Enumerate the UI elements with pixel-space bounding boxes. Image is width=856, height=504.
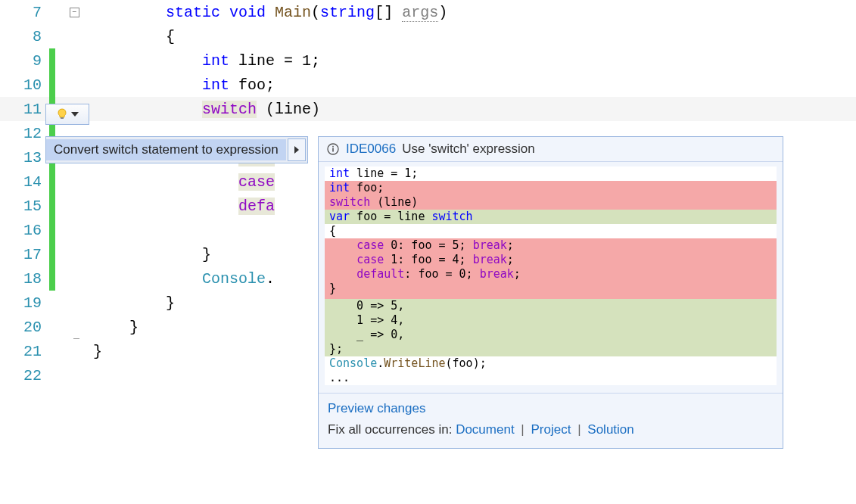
diagnostic-message: Use 'switch' expression — [402, 142, 535, 157]
fold-toggle[interactable]: − — [70, 8, 79, 17]
line-number: 14 — [0, 173, 49, 191]
line-number: 19 — [0, 294, 49, 312]
line-number: 10 — [0, 76, 49, 94]
preview-changes-link[interactable]: Preview changes — [328, 401, 425, 415]
code-text: { — [93, 28, 175, 45]
code-line[interactable]: 11 − switch (line) — [0, 97, 856, 121]
code-text: } — [93, 246, 211, 263]
line-number: 13 — [0, 149, 49, 166]
svg-rect-0 — [61, 117, 64, 119]
info-icon — [326, 142, 340, 156]
fix-document-link[interactable]: Document — [456, 422, 514, 437]
code-line[interactable]: 9 int line = 1; — [0, 48, 856, 73]
fix-solution-link[interactable]: Solution — [587, 422, 633, 437]
chevron-down-icon — [71, 112, 79, 117]
code-text: Console. — [93, 270, 275, 288]
quick-action-expand-button[interactable] — [288, 138, 306, 161]
line-number: 9 — [0, 52, 49, 70]
lightbulb-button[interactable] — [45, 104, 89, 125]
code-text: switch (line) — [93, 101, 320, 118]
lightbulb-icon — [56, 108, 68, 120]
code-text: int foo; — [93, 76, 275, 94]
line-number: 17 — [0, 246, 49, 263]
quick-action-convert-switch[interactable]: Convert switch statement to expression — [46, 139, 286, 160]
quick-actions-menu: Convert switch statement to expression — [45, 136, 308, 163]
diff-preview: int line = 1; int foo; switch (line) var… — [325, 166, 777, 385]
preview-footer: Preview changes Fix all occurrences in: … — [319, 393, 783, 448]
code-text: } — [93, 343, 102, 360]
code-line[interactable]: 10 int foo; — [0, 73, 856, 97]
code-text: case — [93, 173, 275, 191]
line-number: 16 — [0, 222, 49, 239]
code-text: int line = 1; — [93, 52, 320, 70]
fix-all-label: Fix all occurrences in: — [328, 422, 456, 437]
line-number: 21 — [0, 343, 49, 360]
code-text: defa — [93, 198, 275, 215]
code-text: } — [93, 294, 175, 312]
fix-project-link[interactable]: Project — [531, 422, 571, 437]
code-line[interactable]: 8 { — [0, 24, 856, 48]
line-number: 15 — [0, 198, 49, 215]
preview-header: IDE0066 Use 'switch' expression — [319, 137, 783, 162]
code-text: } — [93, 319, 139, 336]
line-number: 12 — [0, 125, 49, 142]
line-number: 7 — [0, 4, 49, 21]
code-fix-preview-panel: IDE0066 Use 'switch' expression int line… — [318, 136, 783, 449]
line-number: 8 — [0, 28, 49, 45]
svg-rect-3 — [332, 146, 334, 148]
chevron-right-icon — [294, 146, 299, 154]
code-line[interactable]: 7 − static void Main(string[] args) — [0, 0, 856, 24]
line-number: 22 — [0, 367, 49, 384]
line-number: 11 — [0, 101, 49, 118]
diagnostic-id[interactable]: IDE0066 — [346, 142, 396, 157]
code-text: static void Main(string[] args) — [93, 4, 447, 21]
line-number: 18 — [0, 270, 49, 288]
svg-rect-2 — [332, 148, 334, 152]
line-number: 20 — [0, 319, 49, 336]
